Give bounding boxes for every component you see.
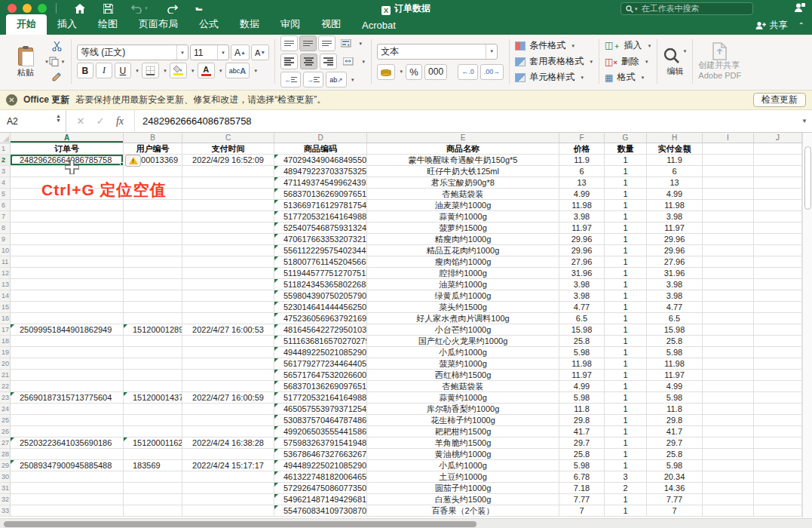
decrease-decimal-button[interactable]: .00→ xyxy=(480,64,504,80)
cell-I8[interactable] xyxy=(703,223,754,234)
cell-E24[interactable]: 库尔勒香梨约1000g xyxy=(367,404,559,415)
cell-D23[interactable]: 5177205321641649886 xyxy=(274,392,367,404)
cell-A23[interactable]: 25690187315713775604 xyxy=(11,392,124,404)
cell-A7[interactable] xyxy=(11,211,124,223)
cell-C33[interactable] xyxy=(182,505,274,517)
insert-function-icon[interactable]: fx xyxy=(110,115,130,127)
column-header-A[interactable]: A xyxy=(11,133,124,143)
header-cell-F1[interactable]: 价格 xyxy=(559,143,605,155)
format-painter-button[interactable] xyxy=(49,70,66,83)
cell-I21[interactable] xyxy=(703,370,754,381)
cell-A33[interactable] xyxy=(11,505,124,517)
cell-E22[interactable]: 杏鲍菇袋装 xyxy=(367,381,559,392)
cell-C31[interactable] xyxy=(182,483,274,494)
cell-G26[interactable]: 1 xyxy=(605,426,647,437)
row-header-30[interactable]: 30 xyxy=(0,471,11,483)
cell-F33[interactable]: 7 xyxy=(559,505,605,517)
cell-A13[interactable] xyxy=(11,279,124,290)
cell-C15[interactable] xyxy=(182,302,274,313)
cell-D4[interactable]: 4711493745499624393 xyxy=(274,177,367,189)
customize-toolbar-icon[interactable]: ▬▾ xyxy=(196,5,198,12)
cell-A12[interactable] xyxy=(11,268,124,279)
cell-D33[interactable]: 5547608341097308702 xyxy=(274,505,367,517)
cell-D3[interactable]: 4894792237033753251 xyxy=(274,166,367,177)
cell-G11[interactable]: 1 xyxy=(605,256,647,268)
cell-C27[interactable]: 2022/4/24 16:38:28 xyxy=(182,437,274,449)
comma-style-button[interactable]: 000 xyxy=(424,64,447,80)
cell-C10[interactable] xyxy=(182,245,274,256)
cell-E30[interactable]: 土豆约1000g xyxy=(367,471,559,483)
cell-F20[interactable]: 11.98 xyxy=(559,358,605,370)
vertical-scrollbar-thumb[interactable] xyxy=(804,146,811,210)
orientation-dropdown-icon[interactable]: ▼ xyxy=(351,78,355,82)
cell-G2[interactable]: 1 xyxy=(605,155,647,166)
create-pdf-button[interactable]: 创建并共享Adobe PDF xyxy=(698,60,741,81)
cell-B7[interactable] xyxy=(124,211,182,223)
cut-button[interactable] xyxy=(49,40,66,53)
column-header-B[interactable]: B xyxy=(124,133,182,143)
cell-C7[interactable] xyxy=(182,211,274,223)
row-header-28[interactable]: 28 xyxy=(0,449,11,460)
cell-G12[interactable]: 1 xyxy=(605,268,647,279)
cell-G28[interactable]: 1 xyxy=(605,449,647,460)
row-header-33[interactable]: 33 xyxy=(0,505,11,517)
cell-I27[interactable] xyxy=(703,437,754,449)
cell-A20[interactable] xyxy=(11,358,124,370)
cell-F15[interactable]: 4.77 xyxy=(559,302,605,313)
decrease-indent-button[interactable]: ← xyxy=(280,72,301,87)
cell-D15[interactable]: 5230146414444562509 xyxy=(274,302,367,313)
cell-I31[interactable] xyxy=(703,483,754,494)
cell-I14[interactable] xyxy=(703,290,754,302)
header-cell-A1[interactable]: 订单号 xyxy=(11,143,124,155)
align-left-button[interactable] xyxy=(280,54,298,69)
conditional-formatting-button[interactable]: 条件格式▼ xyxy=(515,38,593,53)
cell-B6[interactable] xyxy=(124,200,182,211)
align-top-button[interactable] xyxy=(280,35,298,51)
cell-B8[interactable] xyxy=(124,223,182,234)
cell-C9[interactable] xyxy=(182,234,274,245)
cell-G7[interactable]: 1 xyxy=(605,211,647,223)
cell-D5[interactable]: 5683701362690976512 xyxy=(274,189,367,200)
cell-B29[interactable]: 183569 xyxy=(124,460,182,471)
cell-B24[interactable] xyxy=(124,404,182,415)
row-header-11[interactable]: 11 xyxy=(0,256,11,268)
cell-I33[interactable] xyxy=(703,505,754,517)
cell-C19[interactable] xyxy=(182,347,274,358)
vertical-scrollbar[interactable] xyxy=(802,133,812,518)
cell-H11[interactable]: 27.96 xyxy=(647,256,703,268)
cell-J26[interactable] xyxy=(754,426,802,437)
cell-A26[interactable] xyxy=(11,426,124,437)
cell-F2[interactable]: 11.9 xyxy=(559,155,605,166)
cell-D7[interactable]: 5177205321641649886 xyxy=(274,211,367,223)
cell-I13[interactable] xyxy=(703,279,754,290)
cell-F18[interactable]: 25.8 xyxy=(559,336,605,347)
cell-B23[interactable]: 151200014378 xyxy=(124,392,182,404)
cell-A14[interactable] xyxy=(11,290,124,302)
cell-A24[interactable] xyxy=(11,404,124,415)
worksheet-grid[interactable]: ABCDEFGHIJ1订单号用户编号支付时间商品编码商品名称价格数量实付金额22… xyxy=(0,133,812,528)
cell-E12[interactable]: 腔排约1000g xyxy=(367,268,559,279)
cell-E21[interactable]: 西红柿约1500g xyxy=(367,370,559,381)
cell-F27[interactable]: 29.7 xyxy=(559,437,605,449)
currency-format-button[interactable] xyxy=(377,64,395,80)
undo-icon[interactable]: ▼ xyxy=(131,4,149,14)
ribbon-tab-4[interactable]: 页面布局 xyxy=(128,14,188,35)
column-header-D[interactable]: D xyxy=(274,133,367,143)
cell-C2[interactable]: 2022/4/29 16:52:09 xyxy=(182,155,274,166)
row-header-1[interactable]: 1 xyxy=(0,143,11,155)
cell-C21[interactable] xyxy=(182,370,274,381)
row-header-27[interactable]: 27 xyxy=(0,437,11,449)
cell-G6[interactable]: 1 xyxy=(605,200,647,211)
ribbon-tab-8[interactable]: 视图 xyxy=(311,14,351,35)
cell-C25[interactable] xyxy=(182,415,274,426)
cell-B26[interactable] xyxy=(124,426,182,437)
cell-I16[interactable] xyxy=(703,313,754,324)
row-header-14[interactable]: 14 xyxy=(0,290,11,302)
ribbon-tab-9[interactable]: Acrobat xyxy=(351,17,406,35)
zoom-window-button[interactable] xyxy=(38,4,47,13)
row-header-32[interactable]: 32 xyxy=(0,494,11,505)
cell-F22[interactable]: 4.99 xyxy=(559,381,605,392)
cell-J27[interactable] xyxy=(754,437,802,449)
cell-D31[interactable]: 5729264750860773508 xyxy=(274,483,367,494)
cell-H27[interactable]: 29.7 xyxy=(647,437,703,449)
